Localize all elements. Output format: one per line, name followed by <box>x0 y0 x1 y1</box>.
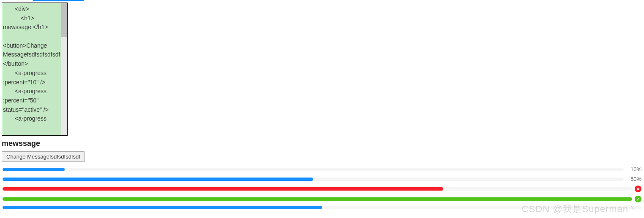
code-line[interactable] <box>3 32 66 41</box>
scrollbar-thumb[interactable] <box>61 3 67 37</box>
progress-bar: 10% <box>0 166 644 172</box>
progress-bar: 50% <box>0 176 644 182</box>
progress-fill <box>3 187 443 191</box>
page-title: mewssage <box>2 139 644 148</box>
close-circle-icon: ✕ <box>635 186 641 192</box>
code-line[interactable]: <a-progress :percent="10" /> <box>3 69 66 87</box>
progress-track <box>3 197 632 201</box>
progress-percent-label: 50% <box>626 176 641 182</box>
change-message-button[interactable]: Change Messagefsdfsdfsdfsdf <box>2 151 85 162</box>
progress-fill <box>3 206 322 209</box>
code-editor-panel[interactable]: <div><h1>mewssage </h1> <button>Change M… <box>2 3 68 136</box>
scrollbar-vertical[interactable] <box>61 3 67 135</box>
code-line[interactable]: <a-progress <box>3 114 66 124</box>
progress-bar: ✓ <box>0 196 644 202</box>
check-circle-icon: ✓ <box>635 196 641 202</box>
progress-track <box>3 206 641 209</box>
progress-fill <box>3 168 65 171</box>
code-line[interactable]: <h1> <box>3 14 66 23</box>
progress-track <box>3 178 624 181</box>
progress-fill <box>3 197 632 201</box>
code-line[interactable]: <button>Change Messagefsdfsdfsdfsdf</but… <box>3 41 66 69</box>
tab-indicator <box>33 0 84 1</box>
code-line[interactable]: <a-progress :percent="50" status="active… <box>3 87 66 114</box>
progress-fill <box>3 178 313 181</box>
progress-track <box>3 168 624 171</box>
progress-percent-label: 10% <box>626 166 641 172</box>
code-line[interactable]: mewssage </h1> <box>3 23 66 32</box>
code-line[interactable]: <div> <box>3 5 66 14</box>
progress-bar <box>0 206 644 209</box>
progress-track <box>3 187 632 191</box>
progress-bar: ✕ <box>0 186 644 192</box>
